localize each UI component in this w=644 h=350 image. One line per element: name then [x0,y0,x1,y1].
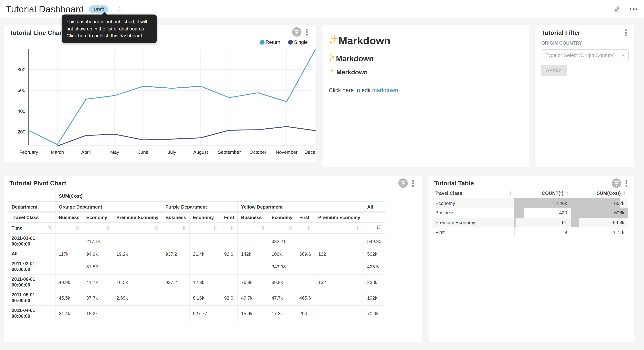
sort-icon[interactable]: ⇅ [48,225,52,230]
apply-button[interactable]: APPLY [540,65,567,76]
pivot-class-header[interactable]: First [296,212,315,222]
table-row[interactable]: First91.71k [432,228,628,237]
pivot-class-header[interactable]: First [220,212,238,222]
pivot-cell[interactable] [296,233,315,249]
legend-item-single[interactable]: Single [288,40,308,45]
pivot-row-header[interactable]: 2011-05-01 00:00:00 [8,290,55,306]
pivot-row-header[interactable]: All [8,249,55,259]
sort-column[interactable]: ⇅ [220,222,238,233]
pivot-cell[interactable]: 21.4k [55,306,83,321]
sort-icon[interactable]: ⇅ [213,226,217,230]
pivot-cell[interactable]: 92.6 [220,290,238,306]
pivot-cell[interactable]: 343.98 [268,259,296,274]
pivot-row-header[interactable]: 2011-04-01 00:00:00 [8,306,55,321]
pivot-cell[interactable]: 502k [364,249,385,259]
pivot-time-header[interactable]: Time⇅ [8,222,55,233]
pivot-cell[interactable]: 132 [315,274,364,290]
pivot-cell[interactable]: 217.14 [83,233,113,249]
pivot-cell[interactable] [162,259,190,274]
pivot-class-header[interactable]: Economy [190,212,220,222]
chart-menu-icon[interactable] [412,179,414,188]
pivot-cell[interactable]: 70.9k [364,306,385,321]
pivot-row-header[interactable]: 2011-03-01 00:00:00 [8,233,55,249]
table-row[interactable]: Business420696k [432,208,628,218]
sort-icon[interactable]: ⇅ [356,226,360,230]
pivot-cell[interactable]: 19.2k [113,249,162,259]
pivot-cell[interactable] [220,274,238,290]
pivot-cell[interactable]: 8.16k [190,290,220,306]
pivot-cell[interactable] [55,233,83,249]
pivot-class-header[interactable]: Business [238,212,268,222]
sort-column[interactable]: ⇅ [268,222,296,233]
pivot-cell[interactable]: 49.9k [55,274,83,290]
pivot-cell[interactable]: 425.5 [364,259,385,274]
pivot-cell[interactable] [190,259,220,274]
pivot-cell[interactable]: 16.5k [113,274,162,290]
pivot-cell[interactable]: 49.7k [238,290,268,306]
pivot-cell[interactable] [220,306,238,321]
column-header[interactable]: Travel Class▴▾ [432,188,514,198]
pivot-cell[interactable] [162,233,190,249]
pivot-cell[interactable]: 17.3k [268,306,296,321]
pivot-cell[interactable] [296,274,315,290]
pivot-class-header[interactable]: Economy [268,212,296,222]
pivot-cell[interactable]: 81.52 [83,259,113,274]
pivot-cell[interactable]: 45.5k [55,290,83,306]
pivot-cell[interactable]: 15.9k [238,306,268,321]
sort-column[interactable]: ⇅ [162,222,190,233]
sort-column[interactable]: ⇅ [190,222,220,233]
column-header[interactable]: COUNT(*)▴▾ [514,188,571,198]
markdown-edit-link[interactable]: markdown [372,87,398,93]
pivot-cell[interactable] [190,233,220,249]
sort-icon[interactable]: ⇅ [307,226,311,230]
pivot-cell[interactable]: 927.77 [190,306,220,321]
pivot-group-header[interactable]: Purple Department [162,202,238,212]
pivot-class-header[interactable]: Business [162,212,190,222]
pivot-cell[interactable]: 204 [296,306,315,321]
pivot-cell[interactable]: 2.69k [113,290,162,306]
chart-menu-icon[interactable] [305,28,308,36]
pivot-cell[interactable]: 332.21 [268,233,296,249]
sort-column[interactable]: ⇅ [238,222,268,233]
chart-menu-icon[interactable] [625,179,628,188]
sorter-icon[interactable]: ▴▾ [566,191,568,195]
pivot-row-header[interactable]: 2011-06-01 00:00:00 [8,274,55,290]
pivot-cell[interactable] [296,259,315,274]
pivot-cell[interactable]: 94.9k [83,249,113,259]
pivot-cell[interactable] [220,233,238,249]
sort-column[interactable]: ⇅ [55,222,83,233]
pivot-group-header[interactable]: Yellow Department [238,202,364,212]
pivot-cell[interactable]: 669.6 [296,249,315,259]
pivot-cell[interactable] [220,259,238,274]
pivot-cell[interactable]: 465.6 [296,290,315,306]
origin-country-select[interactable]: Type or Select [Origin Country] [540,49,629,61]
pivot-group-header[interactable]: All [364,202,385,212]
pivot-cell[interactable] [55,259,83,274]
sort-icon[interactable]: ⇅ [261,226,265,230]
favorite-star-icon[interactable]: ☆ [116,6,123,13]
pivot-cell[interactable] [238,233,268,249]
sorter-icon[interactable]: ▴▾ [510,191,511,195]
pivot-cell[interactable]: 937.2 [162,274,190,290]
sort-descending-icon[interactable] [376,225,381,231]
cross-filter-icon[interactable] [612,178,621,188]
pivot-cell[interactable]: 192k [364,290,385,306]
pivot-cell[interactable] [315,233,364,249]
sort-icon[interactable]: ⇅ [154,226,158,230]
pivot-cell[interactable]: 39.9k [268,274,296,290]
pivot-class-header[interactable]: Premium Economy [315,212,364,222]
sort-column[interactable]: ⇅ [296,222,315,233]
pivot-cell[interactable] [113,259,162,274]
pivot-cell[interactable]: 37.7k [83,290,113,306]
sort-icon[interactable]: ⇅ [230,226,234,230]
pivot-class-header[interactable]: Business [55,212,83,222]
column-header[interactable]: SUM(Cost)▴▾ [571,188,628,198]
pivot-cell[interactable]: 142k [238,249,268,259]
pivot-cell[interactable] [315,290,364,306]
pivot-cell[interactable]: 937.2 [162,249,190,259]
pivot-cell[interactable]: 92.6 [220,249,238,259]
pivot-class-header[interactable]: Premium Economy [113,212,162,222]
pivot-class-header[interactable] [364,212,385,222]
sorter-icon[interactable]: ▴▾ [624,191,625,195]
pivot-cell[interactable] [113,306,162,321]
